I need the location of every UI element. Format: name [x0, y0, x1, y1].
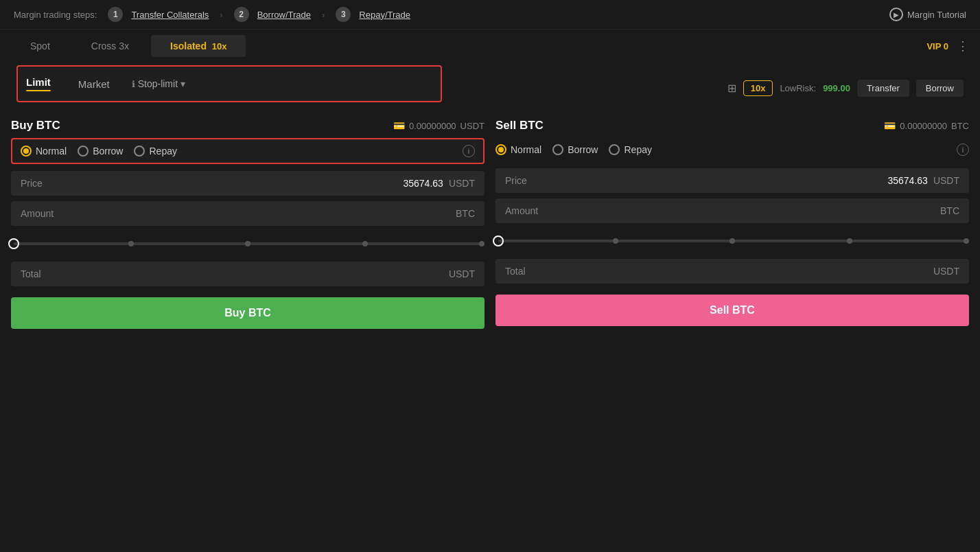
low-risk-value: 999.00 [823, 83, 850, 93]
buy-total-currency: USDT [449, 268, 475, 279]
sell-button[interactable]: Sell BTC [495, 295, 969, 326]
sell-price-field[interactable]: Price 35674.63 USDT [495, 168, 969, 193]
leverage-controls: ⊞ 10x LowRisk: 999.00 Transfer Borrow [727, 80, 964, 97]
sell-title: Sell BTC [495, 119, 544, 133]
step3-link[interactable]: Repay/Trade [359, 10, 410, 20]
buy-title: Buy BTC [11, 119, 60, 133]
limit-order-btn[interactable]: Limit [26, 73, 51, 94]
sell-price-value: 35674.63 [887, 175, 927, 186]
buy-radio-normal-circle [21, 146, 32, 157]
tutorial-play-icon: ▶ [889, 8, 903, 21]
sell-amount-label: Amount [505, 205, 935, 216]
buy-radio-borrow[interactable]: Borrow [78, 146, 123, 157]
sell-slider-dot-100 [964, 238, 969, 244]
tab-cross3x[interactable]: Cross 3x [72, 35, 148, 57]
sell-radio-normal-dot [498, 147, 504, 152]
buy-slider-dot-100 [479, 241, 485, 246]
sell-slider[interactable] [495, 229, 969, 253]
buy-radio-repay[interactable]: Repay [134, 146, 176, 157]
sell-radio-normal-label: Normal [511, 144, 541, 155]
panels-wrapper: Buy BTC 💳 0.00000000 USDT Normal Borrow [0, 119, 980, 329]
tab-spot[interactable]: Spot [11, 35, 69, 57]
sell-slider-thumb[interactable] [493, 235, 504, 246]
sell-radio-borrow-label: Borrow [568, 144, 598, 155]
top-nav: Margin trading steps: 1 Transfer Collate… [0, 0, 980, 30]
sell-wallet-currency: BTC [951, 121, 969, 131]
sell-radio-normal-circle [495, 144, 506, 155]
sell-radio-repay-circle [609, 144, 620, 155]
margin-tutorial-button[interactable]: ▶ Margin Tutorial [889, 8, 966, 21]
sell-amount-field[interactable]: Amount BTC [495, 198, 969, 223]
borrow-button[interactable]: Borrow [916, 80, 964, 97]
buy-radio-borrow-label: Borrow [93, 146, 123, 157]
buy-slider-thumb[interactable] [8, 238, 19, 249]
sell-slider-track [498, 240, 966, 242]
more-options-icon[interactable]: ⋮ [957, 38, 969, 54]
steps-label: Margin trading steps: [14, 10, 97, 20]
buy-total-label: Total [21, 268, 443, 279]
buy-wallet-info: 💳 0.00000000 USDT [393, 120, 485, 131]
buy-slider-track [14, 242, 482, 245]
sell-price-label: Price [505, 175, 887, 186]
sell-wallet-icon: 💳 [884, 120, 896, 131]
sell-radio-group: Normal Borrow Repay i [495, 138, 969, 161]
sell-radio-borrow[interactable]: Borrow [552, 144, 598, 155]
tab-bar: Spot Cross 3x Isolated 10x VIP 0 ⋮ [0, 30, 980, 62]
buy-amount-field[interactable]: Amount BTC [11, 201, 485, 226]
transfer-button[interactable]: Transfer [857, 80, 909, 97]
buy-panel: Buy BTC 💳 0.00000000 USDT Normal Borrow [11, 119, 485, 329]
sell-amount-currency: BTC [940, 205, 959, 216]
sell-radio-normal[interactable]: Normal [495, 144, 541, 155]
tab-isolated-leverage: 10x [212, 41, 227, 51]
step2-link[interactable]: Borrow/Trade [257, 10, 311, 20]
sell-total-field[interactable]: Total USDT [495, 259, 969, 284]
step3-num: 3 [336, 7, 351, 22]
sell-slider-dot-75 [847, 238, 852, 244]
chevron-down-icon: ▾ [180, 78, 185, 89]
calculator-icon[interactable]: ⊞ [727, 82, 736, 95]
buy-amount-currency: BTC [456, 208, 475, 219]
buy-slider-dot-50 [245, 241, 250, 246]
order-type-selector: Limit Market ℹ Stop-limit ▾ [16, 65, 442, 102]
sell-radio-borrow-circle [552, 144, 563, 155]
buy-price-currency: USDT [449, 178, 475, 189]
stop-limit-btn[interactable]: ℹ Stop-limit ▾ [132, 78, 185, 89]
sell-slider-dot-50 [730, 238, 735, 244]
buy-price-field[interactable]: Price 35674.63 USDT [11, 171, 485, 196]
tutorial-label: Margin Tutorial [907, 10, 966, 20]
market-order-btn[interactable]: Market [78, 76, 110, 93]
leverage-badge[interactable]: 10x [743, 80, 773, 96]
buy-wallet-balance: 0.00000000 [409, 121, 456, 131]
info-circle-icon: ℹ [132, 79, 135, 89]
sell-side-header: Sell BTC 💳 0.00000000 BTC [495, 119, 969, 133]
arrow1: › [220, 10, 222, 20]
buy-wallet-icon: 💳 [393, 120, 405, 131]
buy-amount-label: Amount [21, 208, 450, 219]
buy-slider[interactable] [11, 231, 485, 256]
sell-info-icon[interactable]: i [957, 143, 969, 156]
step2-num: 2 [234, 7, 249, 22]
buy-radio-repay-label: Repay [149, 146, 176, 157]
sell-radio-repay-label: Repay [624, 144, 651, 155]
tab-isolated[interactable]: Isolated 10x [151, 35, 246, 57]
buy-button[interactable]: Buy BTC [11, 297, 485, 329]
buy-info-icon[interactable]: i [463, 145, 475, 157]
step1-link[interactable]: Transfer Collaterals [131, 10, 209, 20]
sell-panel: Sell BTC 💳 0.00000000 BTC Normal Borrow [495, 119, 969, 329]
buy-price-label: Price [21, 178, 403, 189]
buy-radio-normal[interactable]: Normal [21, 146, 67, 157]
vip-badge: VIP 0 [926, 41, 948, 51]
sell-total-currency: USDT [933, 266, 959, 277]
buy-wallet-currency: USDT [460, 121, 485, 131]
buy-total-field[interactable]: Total USDT [11, 262, 485, 286]
buy-slider-dot-75 [362, 241, 368, 246]
sell-radio-repay[interactable]: Repay [609, 144, 651, 155]
buy-radio-normal-label: Normal [36, 146, 67, 157]
low-risk-label: LowRisk: [780, 83, 816, 93]
buy-radio-repay-circle [134, 146, 145, 157]
step1-num: 1 [108, 7, 123, 22]
tab-bar-right: VIP 0 ⋮ [926, 38, 969, 54]
buy-slider-dot-25 [128, 241, 134, 246]
sell-total-label: Total [505, 266, 928, 277]
buy-radio-normal-dot [23, 148, 29, 154]
